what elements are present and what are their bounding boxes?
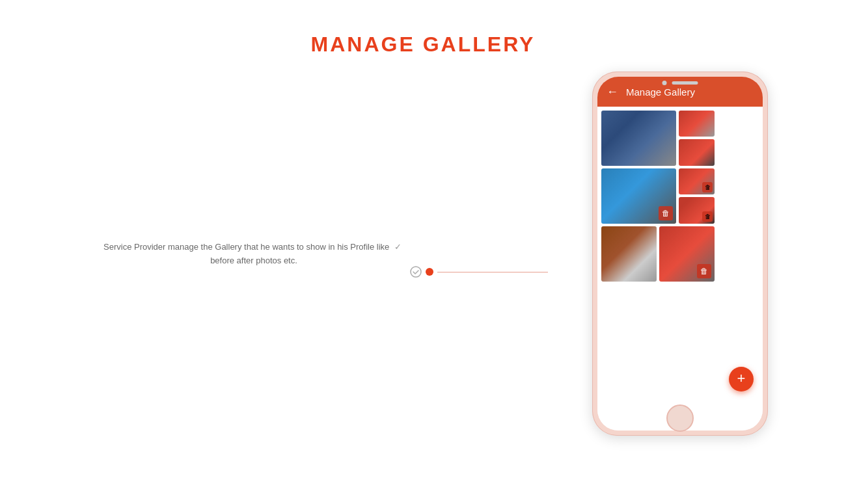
gallery-row-2: 🗑 🗑 🗑 — [601, 168, 759, 224]
phone-outer: ← Manage Gallery — [592, 72, 768, 436]
check-icon: ✓ — [394, 242, 402, 252]
connector — [410, 266, 552, 278]
gallery-image-6[interactable]: 🗑 — [679, 197, 715, 224]
trash-icon-4: 🗑 — [662, 209, 670, 218]
app-header-title: Manage Gallery — [626, 86, 695, 98]
delete-button-8[interactable]: 🗑 — [697, 264, 711, 278]
svg-point-0 — [411, 267, 421, 277]
delete-button-5[interactable]: 🗑 — [702, 182, 713, 192]
plus-icon: + — [737, 371, 746, 386]
delete-button-6[interactable]: 🗑 — [702, 211, 713, 222]
gallery-image-2[interactable] — [679, 111, 715, 137]
gallery-row-3: 🗑 — [601, 226, 759, 282]
gallery-image-7[interactable] — [601, 226, 657, 282]
screen-content: ← Manage Gallery — [597, 77, 763, 431]
description-text: Service Provider manage the Gallery that… — [98, 241, 410, 268]
delete-button-4[interactable]: 🗑 — [659, 206, 673, 220]
phone-mockup: ← Manage Gallery — [592, 72, 768, 436]
trash-icon-6: 🗑 — [705, 213, 711, 220]
phone-camera — [662, 81, 667, 85]
gallery-image-3[interactable] — [679, 139, 715, 166]
gallery-image-8[interactable]: 🗑 — [659, 226, 715, 282]
gallery-image-5[interactable]: 🗑 — [679, 168, 715, 194]
connector-line — [437, 272, 548, 272]
gallery-row-1 — [601, 111, 759, 166]
description-area: Service Provider manage the Gallery that… — [98, 241, 410, 268]
check-circle-icon — [410, 266, 422, 278]
trash-icon-5: 🗑 — [705, 184, 711, 191]
phone-home-button[interactable] — [666, 405, 694, 432]
phone-screen: ← Manage Gallery — [597, 77, 763, 431]
gallery-image-1[interactable] — [601, 111, 676, 166]
connector-dot — [426, 268, 433, 276]
phone-speaker — [672, 81, 698, 85]
back-button[interactable]: ← — [607, 85, 618, 99]
trash-icon-8: 🗑 — [700, 267, 708, 276]
fab-add-button[interactable]: + — [729, 367, 754, 391]
page-title: MANAGE GALLERY — [0, 33, 846, 57]
gallery-image-4[interactable]: 🗑 — [601, 168, 676, 224]
